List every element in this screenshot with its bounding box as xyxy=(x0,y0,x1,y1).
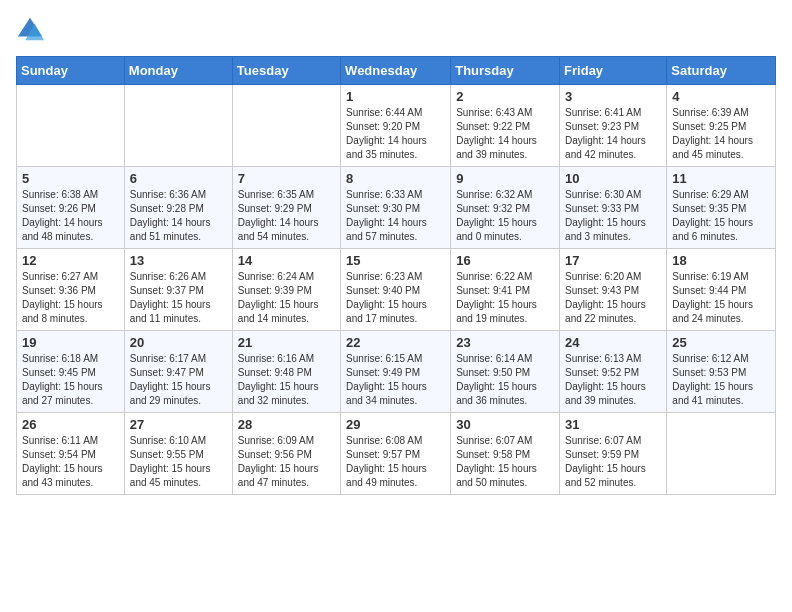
day-info: Sunrise: 6:19 AM Sunset: 9:44 PM Dayligh… xyxy=(672,270,770,326)
day-number: 12 xyxy=(22,253,119,268)
day-number: 15 xyxy=(346,253,445,268)
calendar-cell xyxy=(232,85,340,167)
day-info: Sunrise: 6:32 AM Sunset: 9:32 PM Dayligh… xyxy=(456,188,554,244)
day-info: Sunrise: 6:07 AM Sunset: 9:59 PM Dayligh… xyxy=(565,434,661,490)
day-number: 19 xyxy=(22,335,119,350)
day-info: Sunrise: 6:27 AM Sunset: 9:36 PM Dayligh… xyxy=(22,270,119,326)
calendar-cell: 1 Sunrise: 6:44 AM Sunset: 9:20 PM Dayli… xyxy=(341,85,451,167)
day-number: 20 xyxy=(130,335,227,350)
day-info: Sunrise: 6:11 AM Sunset: 9:54 PM Dayligh… xyxy=(22,434,119,490)
col-header-thursday: Thursday xyxy=(451,57,560,85)
day-info: Sunrise: 6:39 AM Sunset: 9:25 PM Dayligh… xyxy=(672,106,770,162)
day-info: Sunrise: 6:08 AM Sunset: 9:57 PM Dayligh… xyxy=(346,434,445,490)
calendar-cell: 29 Sunrise: 6:08 AM Sunset: 9:57 PM Dayl… xyxy=(341,413,451,495)
col-header-friday: Friday xyxy=(560,57,667,85)
day-number: 6 xyxy=(130,171,227,186)
calendar-week-row: 26 Sunrise: 6:11 AM Sunset: 9:54 PM Dayl… xyxy=(17,413,776,495)
calendar-cell: 7 Sunrise: 6:35 AM Sunset: 9:29 PM Dayli… xyxy=(232,167,340,249)
day-info: Sunrise: 6:12 AM Sunset: 9:53 PM Dayligh… xyxy=(672,352,770,408)
day-number: 9 xyxy=(456,171,554,186)
day-info: Sunrise: 6:16 AM Sunset: 9:48 PM Dayligh… xyxy=(238,352,335,408)
calendar-cell: 11 Sunrise: 6:29 AM Sunset: 9:35 PM Dayl… xyxy=(667,167,776,249)
calendar-cell: 8 Sunrise: 6:33 AM Sunset: 9:30 PM Dayli… xyxy=(341,167,451,249)
day-info: Sunrise: 6:35 AM Sunset: 9:29 PM Dayligh… xyxy=(238,188,335,244)
page-header xyxy=(16,16,776,44)
calendar-header-row: SundayMondayTuesdayWednesdayThursdayFrid… xyxy=(17,57,776,85)
day-number: 21 xyxy=(238,335,335,350)
day-number: 30 xyxy=(456,417,554,432)
day-info: Sunrise: 6:24 AM Sunset: 9:39 PM Dayligh… xyxy=(238,270,335,326)
logo xyxy=(16,16,48,44)
day-number: 28 xyxy=(238,417,335,432)
calendar-cell: 31 Sunrise: 6:07 AM Sunset: 9:59 PM Dayl… xyxy=(560,413,667,495)
day-number: 14 xyxy=(238,253,335,268)
calendar-cell: 16 Sunrise: 6:22 AM Sunset: 9:41 PM Dayl… xyxy=(451,249,560,331)
calendar-cell xyxy=(17,85,125,167)
day-info: Sunrise: 6:41 AM Sunset: 9:23 PM Dayligh… xyxy=(565,106,661,162)
calendar-cell: 28 Sunrise: 6:09 AM Sunset: 9:56 PM Dayl… xyxy=(232,413,340,495)
calendar-cell: 12 Sunrise: 6:27 AM Sunset: 9:36 PM Dayl… xyxy=(17,249,125,331)
calendar-cell: 3 Sunrise: 6:41 AM Sunset: 9:23 PM Dayli… xyxy=(560,85,667,167)
calendar-cell: 6 Sunrise: 6:36 AM Sunset: 9:28 PM Dayli… xyxy=(124,167,232,249)
day-number: 5 xyxy=(22,171,119,186)
calendar-cell: 23 Sunrise: 6:14 AM Sunset: 9:50 PM Dayl… xyxy=(451,331,560,413)
calendar-cell: 17 Sunrise: 6:20 AM Sunset: 9:43 PM Dayl… xyxy=(560,249,667,331)
day-info: Sunrise: 6:33 AM Sunset: 9:30 PM Dayligh… xyxy=(346,188,445,244)
col-header-sunday: Sunday xyxy=(17,57,125,85)
day-number: 3 xyxy=(565,89,661,104)
calendar-cell: 20 Sunrise: 6:17 AM Sunset: 9:47 PM Dayl… xyxy=(124,331,232,413)
calendar-cell: 26 Sunrise: 6:11 AM Sunset: 9:54 PM Dayl… xyxy=(17,413,125,495)
day-info: Sunrise: 6:43 AM Sunset: 9:22 PM Dayligh… xyxy=(456,106,554,162)
day-info: Sunrise: 6:30 AM Sunset: 9:33 PM Dayligh… xyxy=(565,188,661,244)
day-number: 17 xyxy=(565,253,661,268)
col-header-monday: Monday xyxy=(124,57,232,85)
day-info: Sunrise: 6:10 AM Sunset: 9:55 PM Dayligh… xyxy=(130,434,227,490)
day-number: 16 xyxy=(456,253,554,268)
calendar-cell: 19 Sunrise: 6:18 AM Sunset: 9:45 PM Dayl… xyxy=(17,331,125,413)
calendar-week-row: 12 Sunrise: 6:27 AM Sunset: 9:36 PM Dayl… xyxy=(17,249,776,331)
calendar-cell: 15 Sunrise: 6:23 AM Sunset: 9:40 PM Dayl… xyxy=(341,249,451,331)
day-info: Sunrise: 6:26 AM Sunset: 9:37 PM Dayligh… xyxy=(130,270,227,326)
calendar-cell: 21 Sunrise: 6:16 AM Sunset: 9:48 PM Dayl… xyxy=(232,331,340,413)
day-info: Sunrise: 6:13 AM Sunset: 9:52 PM Dayligh… xyxy=(565,352,661,408)
day-number: 1 xyxy=(346,89,445,104)
calendar-cell xyxy=(124,85,232,167)
day-info: Sunrise: 6:22 AM Sunset: 9:41 PM Dayligh… xyxy=(456,270,554,326)
calendar-table: SundayMondayTuesdayWednesdayThursdayFrid… xyxy=(16,56,776,495)
day-info: Sunrise: 6:17 AM Sunset: 9:47 PM Dayligh… xyxy=(130,352,227,408)
calendar-cell xyxy=(667,413,776,495)
day-number: 26 xyxy=(22,417,119,432)
day-number: 8 xyxy=(346,171,445,186)
day-info: Sunrise: 6:20 AM Sunset: 9:43 PM Dayligh… xyxy=(565,270,661,326)
day-info: Sunrise: 6:14 AM Sunset: 9:50 PM Dayligh… xyxy=(456,352,554,408)
day-info: Sunrise: 6:36 AM Sunset: 9:28 PM Dayligh… xyxy=(130,188,227,244)
day-number: 11 xyxy=(672,171,770,186)
day-number: 2 xyxy=(456,89,554,104)
calendar-cell: 14 Sunrise: 6:24 AM Sunset: 9:39 PM Dayl… xyxy=(232,249,340,331)
calendar-week-row: 1 Sunrise: 6:44 AM Sunset: 9:20 PM Dayli… xyxy=(17,85,776,167)
day-info: Sunrise: 6:15 AM Sunset: 9:49 PM Dayligh… xyxy=(346,352,445,408)
col-header-wednesday: Wednesday xyxy=(341,57,451,85)
day-info: Sunrise: 6:18 AM Sunset: 9:45 PM Dayligh… xyxy=(22,352,119,408)
calendar-cell: 24 Sunrise: 6:13 AM Sunset: 9:52 PM Dayl… xyxy=(560,331,667,413)
calendar-cell: 30 Sunrise: 6:07 AM Sunset: 9:58 PM Dayl… xyxy=(451,413,560,495)
day-number: 10 xyxy=(565,171,661,186)
day-number: 29 xyxy=(346,417,445,432)
calendar-cell: 27 Sunrise: 6:10 AM Sunset: 9:55 PM Dayl… xyxy=(124,413,232,495)
day-info: Sunrise: 6:09 AM Sunset: 9:56 PM Dayligh… xyxy=(238,434,335,490)
day-number: 7 xyxy=(238,171,335,186)
calendar-week-row: 19 Sunrise: 6:18 AM Sunset: 9:45 PM Dayl… xyxy=(17,331,776,413)
day-info: Sunrise: 6:44 AM Sunset: 9:20 PM Dayligh… xyxy=(346,106,445,162)
day-info: Sunrise: 6:07 AM Sunset: 9:58 PM Dayligh… xyxy=(456,434,554,490)
day-number: 13 xyxy=(130,253,227,268)
calendar-cell: 4 Sunrise: 6:39 AM Sunset: 9:25 PM Dayli… xyxy=(667,85,776,167)
calendar-cell: 2 Sunrise: 6:43 AM Sunset: 9:22 PM Dayli… xyxy=(451,85,560,167)
calendar-week-row: 5 Sunrise: 6:38 AM Sunset: 9:26 PM Dayli… xyxy=(17,167,776,249)
day-number: 23 xyxy=(456,335,554,350)
day-number: 18 xyxy=(672,253,770,268)
calendar-cell: 22 Sunrise: 6:15 AM Sunset: 9:49 PM Dayl… xyxy=(341,331,451,413)
calendar-cell: 9 Sunrise: 6:32 AM Sunset: 9:32 PM Dayli… xyxy=(451,167,560,249)
day-number: 24 xyxy=(565,335,661,350)
day-info: Sunrise: 6:29 AM Sunset: 9:35 PM Dayligh… xyxy=(672,188,770,244)
day-number: 25 xyxy=(672,335,770,350)
